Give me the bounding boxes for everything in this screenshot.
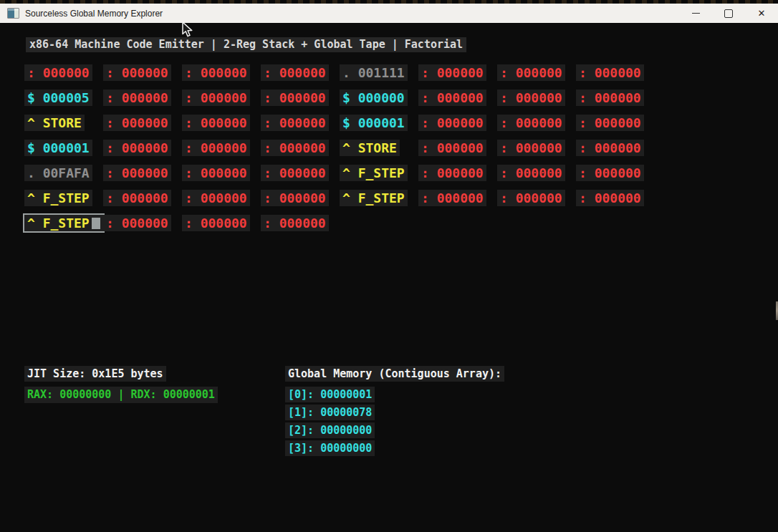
memory-cell-label: : 000000 xyxy=(421,190,484,205)
memory-cell-label: : 000000 xyxy=(264,90,326,105)
mouse-cursor xyxy=(181,21,196,38)
memory-cell-label: : 000000 xyxy=(421,90,484,105)
memory-cell[interactable]: ^ STORE xyxy=(24,115,85,131)
memory-cell[interactable]: : 000000 xyxy=(497,115,565,131)
memory-cell[interactable]: : 000000 xyxy=(103,140,171,156)
memory-cell[interactable]: : 000000 xyxy=(182,90,250,106)
memory-array-row: [1]: 00000078 xyxy=(285,405,375,420)
memory-cell[interactable]: : 000000 xyxy=(576,115,644,131)
memory-cell-label: : 000000 xyxy=(264,65,326,80)
memory-cell[interactable]: $ 000001 xyxy=(340,115,408,131)
memory-cell-selected[interactable]: ^ F_STEP xyxy=(23,213,105,233)
memory-cell-label: $ 000005 xyxy=(27,90,90,105)
memory-cell[interactable]: : 000000 xyxy=(576,190,644,206)
memory-cell-label: : 000000 xyxy=(264,216,326,231)
memory-cell[interactable]: : 000000 xyxy=(261,190,329,206)
memory-cell-label: : 000000 xyxy=(500,165,562,180)
memory-cell[interactable]: : 000000 xyxy=(497,64,565,81)
memory-cell[interactable]: : 000000 xyxy=(576,165,644,181)
memory-cell-label: $ 000000 xyxy=(342,90,405,105)
memory-cell[interactable]: : 000000 xyxy=(497,90,565,106)
memory-cell-label: ^ F_STEP xyxy=(27,216,90,231)
memory-cell-label: : 000000 xyxy=(106,165,168,180)
memory-cell[interactable]: : 000000 xyxy=(182,165,250,181)
memory-cell[interactable]: : 000000 xyxy=(418,140,486,156)
memory-cell-label: : 000000 xyxy=(579,65,641,80)
memory-cell[interactable]: : 000000 xyxy=(261,90,329,106)
minimize-button[interactable] xyxy=(679,4,712,23)
global-memory-title: Global Memory (Contiguous Array): xyxy=(285,366,504,382)
memory-cell-label: : 000000 xyxy=(500,140,562,155)
memory-cell[interactable]: : 000000 xyxy=(103,215,171,231)
memory-cell[interactable]: ^ F_STEP xyxy=(24,190,92,206)
memory-cell[interactable]: : 000000 xyxy=(261,215,329,231)
memory-cell[interactable]: : 000000 xyxy=(418,64,486,81)
window-title: Sourceless Global Memory Explorer xyxy=(25,9,163,19)
memory-cell-label: : 000000 xyxy=(579,90,641,105)
memory-cell[interactable]: : 000000 xyxy=(261,64,329,81)
registers-label: RAX: 00000000 | RDX: 00000001 xyxy=(24,387,218,403)
memory-cell[interactable]: $ 000000 xyxy=(340,90,408,106)
memory-cell[interactable]: : 000000 xyxy=(261,165,329,181)
memory-cell[interactable]: : 000000 xyxy=(103,190,171,206)
memory-cell-label: : 000000 xyxy=(185,140,247,155)
close-button[interactable]: ✕ xyxy=(745,4,778,23)
memory-cell-label: : 000000 xyxy=(421,165,484,180)
memory-cell[interactable]: : 000000 xyxy=(418,190,486,206)
memory-cell-label: $ 000001 xyxy=(342,115,405,130)
memory-cell[interactable]: : 000000 xyxy=(182,140,250,156)
minimize-icon xyxy=(692,13,700,14)
memory-cell[interactable]: : 000000 xyxy=(182,64,250,81)
memory-cell[interactable]: : 000000 xyxy=(497,140,565,156)
memory-cell-label: : 000000 xyxy=(185,65,247,80)
memory-cell-label: : 000000 xyxy=(264,190,326,205)
memory-cell[interactable]: : 000000 xyxy=(182,215,250,231)
memory-cell-label: ^ F_STEP xyxy=(342,190,405,205)
memory-cell[interactable]: : 000000 xyxy=(418,165,486,181)
titlebar[interactable]: Sourceless Global Memory Explorer ✕ xyxy=(0,4,778,23)
memory-cell[interactable]: : 000000 xyxy=(418,90,486,106)
memory-cell[interactable]: . 00FAFA xyxy=(24,165,92,181)
memory-cell[interactable]: ^ F_STEP xyxy=(340,165,408,181)
memory-cell[interactable]: : 000000 xyxy=(497,190,565,206)
memory-cell[interactable]: $ 000005 xyxy=(24,90,92,106)
memory-cell[interactable]: : 000000 xyxy=(182,190,250,206)
memory-cell-label: $ 000001 xyxy=(27,140,90,155)
memory-cell[interactable]: : 000000 xyxy=(103,64,171,81)
block-cursor-icon xyxy=(92,218,100,229)
memory-cell[interactable]: : 000000 xyxy=(182,115,250,131)
memory-cell[interactable]: : 000000 xyxy=(576,90,644,106)
memory-array-row: [3]: 00000000 xyxy=(285,440,375,456)
memory-cell[interactable]: ^ F_STEP xyxy=(340,190,408,206)
memory-cell-label: : 000000 xyxy=(500,65,562,80)
memory-cell[interactable]: : 000000 xyxy=(576,140,644,156)
memory-cell-label: : 000000 xyxy=(264,115,326,130)
memory-cell-label: : 000000 xyxy=(500,90,562,105)
memory-cell-label: : 000000 xyxy=(185,190,247,205)
memory-cell-label: : 000000 xyxy=(579,115,641,130)
memory-cell[interactable]: : 000000 xyxy=(576,64,644,81)
memory-cell-label: : 000000 xyxy=(106,190,168,205)
memory-cell[interactable]: : 000000 xyxy=(103,90,171,106)
memory-cell-label: : 000000 xyxy=(185,115,247,130)
memory-cell[interactable]: $ 000001 xyxy=(24,140,92,156)
memory-cell-label: : 000000 xyxy=(27,65,90,80)
memory-cell[interactable]: : 000000 xyxy=(261,115,329,131)
memory-cell[interactable]: ^ STORE xyxy=(340,140,400,156)
memory-cell-label: . 001111 xyxy=(342,65,405,80)
memory-cell-label: : 000000 xyxy=(106,90,168,105)
memory-cell-label: ^ F_STEP xyxy=(342,165,405,180)
memory-cell[interactable]: : 000000 xyxy=(24,64,92,81)
memory-cell[interactable]: : 000000 xyxy=(418,115,486,131)
memory-cell[interactable]: : 000000 xyxy=(497,165,565,181)
memory-cell-label: : 000000 xyxy=(579,190,641,205)
memory-cell[interactable]: : 000000 xyxy=(103,115,171,131)
maximize-button[interactable] xyxy=(712,4,745,23)
memory-cell[interactable]: . 001111 xyxy=(340,64,408,81)
memory-cell-label: ^ F_STEP xyxy=(27,190,90,205)
memory-cell-label: : 000000 xyxy=(106,216,168,231)
memory-cell[interactable]: : 000000 xyxy=(261,140,329,156)
memory-cell-label: : 000000 xyxy=(185,90,247,105)
memory-cell-label: : 000000 xyxy=(264,165,326,180)
memory-cell[interactable]: : 000000 xyxy=(103,165,171,181)
